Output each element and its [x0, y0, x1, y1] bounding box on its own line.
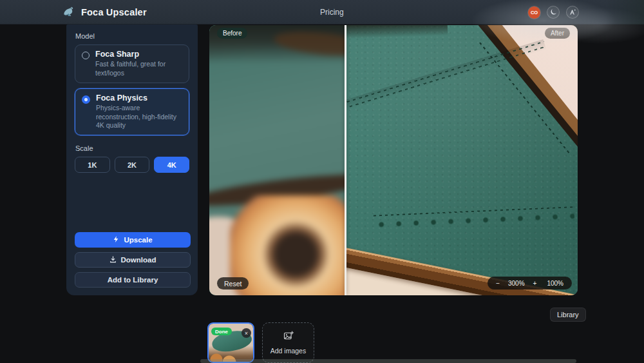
library-button[interactable]: Library — [550, 308, 586, 322]
scale-option-1k[interactable]: 1K — [75, 157, 110, 173]
reset-view-button[interactable]: Reset — [217, 277, 249, 289]
model-description: Fast & faithful, great for text/logos — [95, 60, 184, 78]
model-name: Foca Sharp — [95, 50, 184, 59]
add-images-dropzone[interactable]: Add images — [262, 322, 314, 363]
before-badge: Before — [217, 28, 247, 39]
sidebar-actions: Upscale Download Add to Library — [75, 232, 191, 288]
before-image — [209, 25, 345, 295]
brand: Foca Upscaler — [62, 0, 147, 25]
dark-mode-toggle-button[interactable] — [547, 6, 560, 19]
app-title: Foca Upscaler — [81, 7, 147, 17]
header-actions: CO — [528, 0, 579, 25]
upscale-button[interactable]: Upscale — [75, 232, 191, 248]
zoom-controls: − 300% + 100% — [488, 277, 572, 289]
lightning-bolt-icon — [113, 235, 119, 244]
language-icon — [569, 6, 576, 18]
image-thumbnail[interactable]: Done × — [207, 322, 254, 363]
before-image-blur — [209, 25, 345, 295]
model-option-foca-physics[interactable]: Foca Physics Physics-aware reconstructio… — [75, 88, 189, 136]
upscale-button-label: Upscale — [124, 236, 152, 244]
model-option-foca-sharp[interactable]: Foca Sharp Fast & faithful, great for te… — [75, 44, 189, 83]
add-to-library-button-label: Add to Library — [108, 276, 158, 284]
model-description: Physics-aware reconstruction, high-fidel… — [96, 104, 184, 131]
download-button-label: Download — [121, 256, 156, 264]
model-section-label: Model — [75, 32, 189, 40]
zoom-level-value: 300% — [505, 280, 528, 287]
download-button[interactable]: Download — [75, 252, 191, 268]
zoom-out-button[interactable]: − — [491, 280, 505, 287]
model-option-text: Foca Sharp Fast & faithful, great for te… — [95, 50, 184, 78]
status-badge: Done — [211, 328, 232, 335]
moon-icon — [550, 6, 557, 18]
add-image-icon — [283, 331, 294, 344]
dock-scrollbar[interactable] — [200, 359, 576, 363]
close-icon: × — [245, 330, 248, 337]
language-button[interactable] — [566, 6, 579, 19]
zoom-in-button[interactable]: + — [528, 280, 542, 287]
foca-upscaler-app: Foca Upscaler Pricing CO Model — [0, 0, 644, 363]
settings-sidebar: Model Foca Sharp Fast & faithful, great … — [66, 25, 198, 295]
comparison-viewer[interactable]: Before After Reset − 300% + 100% — [209, 25, 578, 295]
nav-pricing-link[interactable]: Pricing — [320, 0, 344, 25]
model-option-text: Foca Physics Physics-aware reconstructio… — [96, 93, 184, 131]
add-to-library-button[interactable]: Add to Library — [75, 272, 191, 288]
avatar[interactable]: CO — [528, 6, 540, 19]
after-badge: After — [545, 28, 570, 39]
scale-button-group: 1K 2K 4K — [75, 157, 189, 173]
scale-section-label: Scale — [75, 144, 189, 152]
scale-option-4k[interactable]: 4K — [154, 157, 189, 173]
radio-checked[interactable] — [82, 95, 90, 104]
download-icon — [109, 256, 117, 264]
radio-unchecked[interactable] — [82, 52, 90, 59]
seal-logo-icon — [62, 6, 77, 19]
scale-option-2k[interactable]: 2K — [115, 157, 150, 173]
before-after-divider-handle[interactable] — [345, 25, 346, 295]
remove-thumbnail-button[interactable]: × — [242, 328, 251, 338]
model-name: Foca Physics — [96, 93, 184, 103]
add-images-label: Add images — [270, 347, 306, 355]
zoom-reset-100-button[interactable]: 100% — [542, 280, 569, 287]
